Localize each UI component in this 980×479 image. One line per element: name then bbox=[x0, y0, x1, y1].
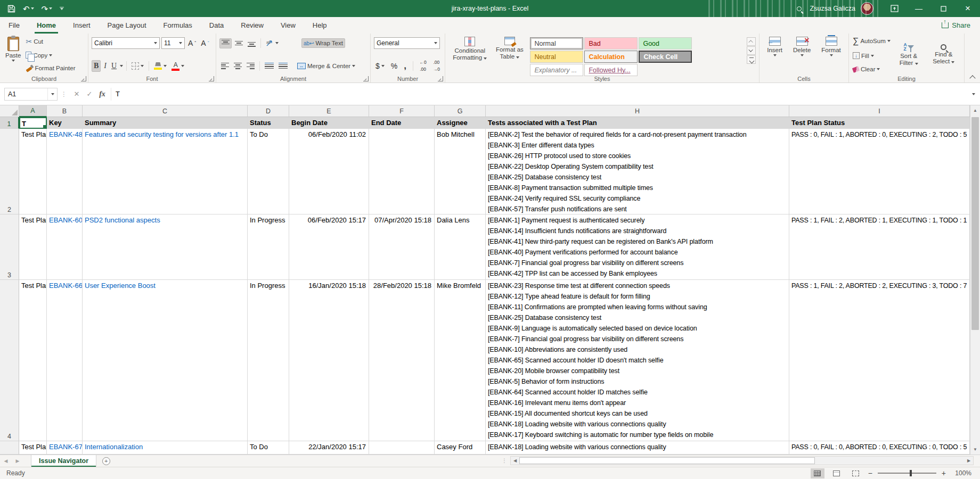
column-header-a[interactable]: A bbox=[19, 105, 47, 117]
scroll-up-icon[interactable]: ▲ bbox=[970, 105, 980, 115]
sort-filter-button[interactable]: AZ Sort & Filter bbox=[892, 35, 926, 74]
increase-font-icon[interactable]: Aˆ bbox=[186, 38, 198, 48]
style-followed-hyperlink[interactable]: Followed Hy... bbox=[584, 64, 638, 76]
formula-input[interactable]: T bbox=[111, 88, 967, 101]
cell-status[interactable]: To Do bbox=[248, 129, 289, 214]
header-cell[interactable]: Key bbox=[47, 117, 83, 129]
cell-summary[interactable]: User Experience Boost bbox=[83, 280, 248, 441]
column-header-f[interactable]: F bbox=[369, 105, 435, 117]
cell-tests[interactable]: [EBANK-1] Payment request is authenticat… bbox=[486, 214, 789, 280]
cell-end-date[interactable] bbox=[369, 129, 435, 214]
cell-begin-date[interactable]: 22/Jan/2020 15:17 bbox=[289, 441, 369, 455]
alignment-dialog-launcher-icon[interactable] bbox=[363, 76, 369, 81]
tab-page-layout[interactable]: Page Layout bbox=[99, 17, 155, 34]
cell-begin-date[interactable]: 06/Feb/2020 15:17 bbox=[289, 214, 369, 280]
gallery-scroll-down-icon[interactable] bbox=[747, 46, 756, 55]
align-center-button[interactable] bbox=[232, 62, 243, 71]
header-cell[interactable]: Status bbox=[248, 117, 289, 129]
maximize-button[interactable] bbox=[931, 0, 956, 17]
tab-insert[interactable]: Insert bbox=[64, 17, 99, 34]
font-color-button[interactable]: A bbox=[170, 61, 186, 72]
orientation-button[interactable]: ab bbox=[264, 38, 280, 48]
cell-begin-date[interactable]: 16/Jan/2020 15:18 bbox=[289, 280, 369, 441]
cell-assignee[interactable]: Mike Bromfeld bbox=[435, 280, 486, 441]
style-bad[interactable]: Bad bbox=[584, 37, 638, 49]
delete-cells-button[interactable]: Delete bbox=[790, 35, 814, 74]
cell-key[interactable]: EBANK-67 bbox=[47, 441, 83, 455]
cell-assignee[interactable]: Casey Ford bbox=[435, 441, 486, 455]
increase-decimal-icon[interactable]: ←0.00 bbox=[418, 59, 428, 73]
gallery-scroll-up-icon[interactable] bbox=[747, 37, 756, 46]
insert-cells-button[interactable]: Insert bbox=[764, 35, 786, 74]
page-layout-view-button[interactable] bbox=[830, 468, 844, 478]
horizontal-scrollbar[interactable]: ◀ ▶ bbox=[510, 456, 974, 465]
cancel-entry-icon[interactable]: ✕ bbox=[70, 90, 83, 98]
column-header-c[interactable]: C bbox=[83, 105, 248, 117]
clear-button[interactable]: Clear bbox=[851, 65, 892, 73]
cell-tests[interactable]: [EBANK-18] Loading website with various … bbox=[486, 441, 789, 455]
scroll-left-icon[interactable]: ◀ bbox=[511, 457, 519, 465]
cell-assignee[interactable]: Dalia Lens bbox=[435, 214, 486, 280]
format-painter-button[interactable]: Format Painter bbox=[24, 63, 77, 73]
column-header-g[interactable]: G bbox=[435, 105, 486, 117]
tab-scrollbar-splitter[interactable]: ⋮ bbox=[502, 457, 506, 465]
decrease-decimal-icon[interactable]: .00→0 bbox=[431, 59, 442, 73]
redo-button[interactable]: ↷ bbox=[42, 5, 53, 13]
style-check-cell[interactable]: Check Cell bbox=[639, 51, 692, 63]
find-select-button[interactable]: Find & Select bbox=[926, 35, 962, 74]
undo-button[interactable]: ↶ bbox=[23, 5, 34, 13]
cell-type[interactable]: Test Plan bbox=[19, 129, 47, 214]
decrease-indent-button[interactable] bbox=[263, 62, 275, 71]
tab-formulas[interactable]: Formulas bbox=[155, 17, 201, 34]
zoom-slider-thumb[interactable] bbox=[910, 470, 912, 476]
italic-button[interactable]: I bbox=[102, 61, 108, 71]
bold-button[interactable]: B bbox=[92, 60, 101, 72]
cell-type[interactable]: Test Plan bbox=[19, 441, 47, 455]
horizontal-scrollbar-thumb[interactable] bbox=[519, 457, 815, 464]
minimize-button[interactable]: — bbox=[907, 0, 931, 17]
bottom-align-button[interactable] bbox=[246, 39, 257, 48]
style-neutral[interactable]: Neutral bbox=[530, 51, 583, 63]
cell-summary[interactable]: PSD2 functional aspects bbox=[83, 214, 248, 280]
row-number[interactable] bbox=[0, 441, 19, 455]
style-calculation[interactable]: Calculation bbox=[584, 51, 638, 63]
name-box[interactable]: A1 bbox=[4, 88, 58, 101]
cell-begin-date[interactable]: 06/Feb/2020 11:02 bbox=[289, 129, 369, 214]
select-all-button[interactable] bbox=[0, 105, 19, 117]
conditional-formatting-button[interactable]: Conditional Formatting bbox=[447, 35, 493, 74]
cell-end-date[interactable]: 07/Apr/2020 15:18 bbox=[369, 214, 435, 280]
tab-home[interactable]: Home bbox=[28, 17, 64, 34]
cell-status[interactable]: In Progress bbox=[248, 280, 289, 441]
zoom-level[interactable]: 100% bbox=[951, 469, 971, 477]
autosum-button[interactable]: ∑AutoSum bbox=[851, 36, 892, 46]
row-number[interactable]: 1 bbox=[0, 117, 19, 129]
format-as-table-button[interactable]: Format as Table bbox=[493, 35, 527, 74]
fill-button[interactable]: ↓Fill bbox=[851, 51, 892, 60]
number-format-select[interactable]: General bbox=[374, 37, 440, 49]
percent-format-button[interactable]: % bbox=[389, 61, 399, 71]
save-icon[interactable] bbox=[7, 5, 15, 13]
clipboard-dialog-launcher-icon[interactable] bbox=[81, 76, 86, 81]
merge-center-button[interactable]: ↔ Merge & Center bbox=[296, 62, 357, 70]
format-cells-button[interactable]: Format bbox=[818, 35, 844, 74]
cell-plan-status[interactable]: PASS : 1, FAIL : 2, ABORTED : 2, EXECUTI… bbox=[789, 280, 970, 441]
tab-data[interactable]: Data bbox=[201, 17, 232, 34]
font-dialog-launcher-icon[interactable] bbox=[209, 76, 214, 81]
page-break-view-button[interactable] bbox=[849, 468, 863, 478]
enter-entry-icon[interactable]: ✓ bbox=[83, 90, 96, 98]
style-good[interactable]: Good bbox=[639, 37, 692, 49]
selected-cell-a1[interactable]: T bbox=[19, 117, 47, 129]
insert-function-icon[interactable]: fx bbox=[96, 90, 109, 98]
tab-file[interactable]: File bbox=[0, 17, 28, 34]
row-number[interactable]: 4 bbox=[0, 280, 19, 441]
close-button[interactable]: × bbox=[956, 0, 980, 17]
sheet-nav-left-icon[interactable]: ◀ bbox=[0, 455, 12, 467]
scroll-down-icon[interactable]: ▼ bbox=[970, 444, 980, 455]
decrease-font-icon[interactable]: Aˇ bbox=[199, 38, 210, 48]
currency-format-button[interactable]: $ bbox=[374, 61, 386, 71]
number-dialog-launcher-icon[interactable] bbox=[438, 76, 443, 81]
row-number[interactable]: 2 bbox=[0, 129, 19, 214]
header-cell[interactable]: Assignee bbox=[435, 117, 486, 129]
zoom-out-button[interactable]: − bbox=[868, 469, 872, 477]
cell-tests[interactable]: [EBANK-2] Test the behavior of required … bbox=[486, 129, 789, 214]
